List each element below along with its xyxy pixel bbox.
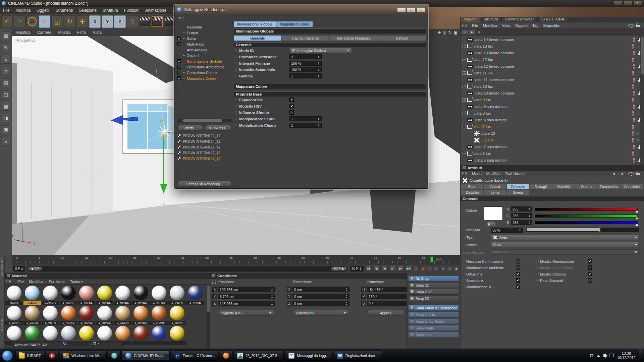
setting-label[interactable]: Anti-Aliasing — [187, 48, 207, 52]
anim-dot-icon[interactable] — [235, 99, 237, 101]
object-label[interactable]: vista 12 lux — [474, 58, 493, 62]
checkbox[interactable] — [516, 265, 520, 270]
materials-menu-item[interactable]: File — [15, 280, 26, 284]
axis-y-lock-button[interactable]: Y — [102, 15, 113, 28]
tree-scrollbar[interactable] — [640, 36, 644, 165]
setting-label[interactable]: Multi-Pass — [187, 42, 204, 46]
network-icon[interactable] — [609, 354, 614, 357]
minimize-button[interactable]: – — [614, 1, 623, 5]
object-label[interactable]: vista 9 lux — [474, 98, 491, 102]
object-label[interactable]: Luce 9 — [481, 138, 493, 142]
visibility-dots-icon[interactable] — [632, 104, 636, 109]
expand-toggle-icon[interactable] — [463, 71, 466, 75]
anim-dot-icon[interactable] — [463, 266, 465, 269]
setting-control[interactable]: 100 % — [289, 67, 322, 72]
setting-label[interactable]: Correzione Colore — [187, 71, 217, 75]
menu-item[interactable]: Funzioni — [121, 8, 142, 13]
expand-toggle-icon[interactable] — [463, 58, 466, 61]
size-input[interactable]: 0 cm — [292, 294, 350, 299]
tree-row[interactable]: vista 8 sala riunioni — [461, 117, 644, 123]
drag-handle[interactable] — [462, 172, 467, 176]
gi-subtab[interactable]: File Cache Irradianza — [330, 36, 378, 41]
taskbar-button[interactable]: Registrazioni.docx... — [334, 351, 382, 361]
end-frame-field[interactable]: 90 F — [350, 266, 364, 272]
preset-label[interactable]: PROVA INTERNI 17_12 — [183, 145, 220, 149]
range-start-grip[interactable]: ◀ 0 F — [28, 266, 42, 271]
object-menu-item[interactable]: Modifica — [481, 23, 500, 27]
render-active-icon[interactable] — [152, 15, 163, 28]
menu-item[interactable]: Oggetti — [34, 8, 53, 13]
setting-label[interactable]: Generale — [187, 25, 202, 29]
last-tool-icon[interactable]: ✚ — [76, 15, 88, 28]
checkbox[interactable] — [588, 259, 592, 263]
make-editable-icon[interactable]: ▲ — [2, 55, 10, 64]
tree-row[interactable]: vista 8 lux — [461, 110, 644, 117]
blue-gradient-slider[interactable] — [535, 221, 638, 224]
expand-toggle-icon[interactable] — [463, 112, 466, 115]
material-item[interactable]: 1_RIVES — [60, 305, 77, 325]
selection-tool-icon[interactable]: ➣ — [26, 15, 38, 28]
setting-control[interactable]: 1 — [289, 123, 322, 128]
size-mode-dropdown[interactable]: Dimensione — [292, 310, 350, 316]
visibility-dots-icon[interactable] — [631, 151, 635, 156]
coordinate-system-icon[interactable]: ⇧ — [127, 15, 138, 28]
setting-control[interactable]: on — [289, 104, 294, 108]
visibility-dots-icon[interactable] — [631, 57, 635, 62]
preview-range-slider[interactable]: ◀ 0 F 90 F ▶ — [27, 266, 348, 272]
floating-view-tab[interactable]: Vi... □ ❒ × — [61, 340, 101, 347]
tree-row[interactable]: vista 14 lavoro comune — [461, 36, 644, 43]
snap-button[interactable]: Snap Punto — [408, 325, 459, 331]
ruler-tool-icon[interactable]: ⌗ — [2, 67, 10, 75]
anim-dot-icon[interactable] — [463, 209, 465, 212]
tree-row[interactable]: vista 6 sala riunioni — [461, 157, 644, 164]
anim-dot-icon[interactable] — [235, 111, 237, 114]
setting-control[interactable]: 150 % — [289, 61, 322, 66]
expand-toggle-icon[interactable] — [463, 125, 466, 128]
tree-row[interactable]: vista 7 lux — [461, 123, 644, 130]
snap-button[interactable]: Snap Piano di Costruzione — [408, 305, 459, 311]
attributes-menu-item[interactable]: Modo — [470, 172, 484, 176]
pan-view-icon[interactable]: ✚ — [437, 30, 441, 35]
setting-label[interactable]: Mappatura Colore — [187, 76, 216, 80]
checkbox[interactable] — [588, 278, 592, 283]
maximize-button[interactable]: □ — [624, 1, 632, 5]
material-item[interactable]: 1_RIVES — [78, 305, 95, 325]
anim-dot-icon[interactable] — [463, 237, 465, 239]
attribute-tab[interactable]: Fotometrica — [598, 184, 620, 189]
materials-scrollbar[interactable] — [207, 285, 210, 349]
tab-maximize-icon[interactable]: ❒ — [93, 342, 96, 346]
sphere-tool-icon[interactable]: ● — [2, 137, 10, 146]
key-position-icon[interactable]: ● — [434, 266, 439, 271]
menu-item[interactable]: Animazione — [142, 8, 169, 13]
play-button[interactable]: ▶ — [389, 266, 396, 272]
render-preset-item[interactable]: PROVA INTERNI 14_12 — [177, 138, 232, 144]
object-label[interactable]: vista 8 sala riunioni — [475, 118, 507, 122]
layout-tool-icon[interactable]: ▦ — [2, 32, 10, 40]
visibility-dots-icon[interactable] — [631, 124, 635, 129]
setting-label[interactable]: Occlusione Ambientale — [187, 65, 224, 69]
color-compact-toggle[interactable] — [486, 222, 496, 226]
viewport-camera-label[interactable]: Prospettiva — [15, 38, 36, 43]
materials-menu-item[interactable]: Funzione — [46, 280, 67, 284]
taskbar-button[interactable]: Windows Live Me... — [60, 351, 107, 361]
material-item[interactable]: 1_NON I — [60, 285, 77, 305]
setting-label[interactable]: Opzioni — [187, 54, 199, 58]
attribute-tab[interactable]: Coord — [484, 184, 506, 189]
dialog-minimize-button[interactable]: – — [397, 7, 406, 12]
viewport-menu-item[interactable]: Modifica — [12, 30, 34, 35]
object-label[interactable]: vista 13 lavoro comune — [475, 51, 514, 55]
anim-dot-icon[interactable] — [235, 118, 237, 120]
viewport-menu-item[interactable]: Camere — [34, 30, 55, 35]
render-view-icon[interactable] — [139, 15, 151, 28]
render-setting-item[interactable]: Output — [177, 30, 232, 36]
path-field[interactable]: // — [476, 29, 643, 35]
render-settings-bottom-button[interactable]: Settaggi di Rendering... — [177, 181, 232, 187]
visibility-dots-icon[interactable] — [631, 131, 635, 136]
setting-control[interactable]: 1 — [289, 116, 322, 121]
material-item[interactable]: CIELO — [23, 285, 41, 305]
anim-dot-icon[interactable] — [463, 244, 465, 246]
visibility-dots-icon[interactable] — [632, 64, 636, 69]
tree-row[interactable]: vista 11 lavoro comune — [461, 76, 644, 83]
key-rotation-icon[interactable]: ● — [447, 266, 452, 271]
object-label[interactable]: Luce 10 — [481, 131, 495, 135]
